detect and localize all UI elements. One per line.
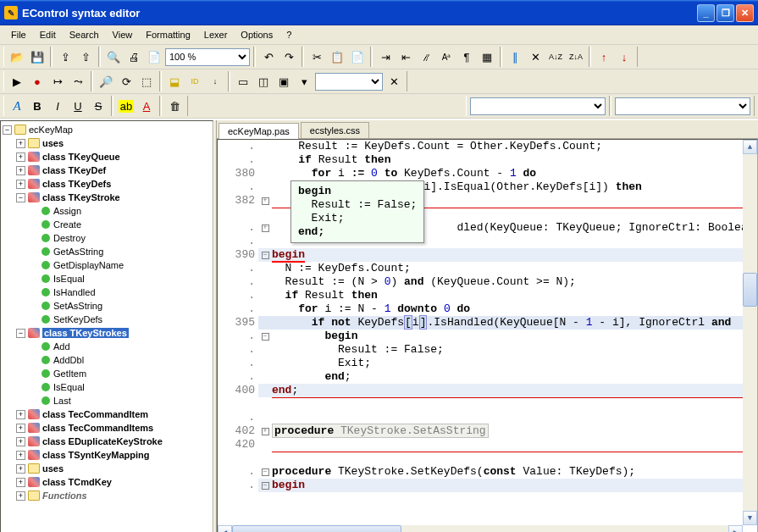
tree-expander[interactable]: + (16, 491, 25, 501)
tree-class-selected[interactable]: class TKeyStrokes (42, 328, 129, 338)
horizontal-scrollbar[interactable]: ◀ ▶ (218, 525, 743, 532)
tree-method[interactable]: Create (53, 219, 81, 230)
fold-collapse-icon[interactable]: − (262, 468, 269, 476)
tree-class[interactable]: class TKeyDef (42, 165, 106, 175)
arrow-down-button[interactable]: ↓ (615, 47, 634, 66)
tree-expander[interactable]: + (16, 166, 25, 175)
menu-view[interactable]: View (107, 28, 139, 42)
tab-eckeymap[interactable]: ecKeyMap.pas (219, 123, 299, 139)
tree-method[interactable]: IsEqual (53, 274, 85, 284)
tree-method[interactable]: AddDbl (53, 355, 84, 365)
tree-method[interactable]: GetItem (53, 369, 86, 379)
indent-button[interactable]: ⇥ (376, 47, 395, 66)
find-button[interactable]: 🔎 (97, 72, 115, 91)
preview-button[interactable]: 🔍 (104, 47, 123, 66)
fold-expand-icon[interactable]: + (262, 428, 269, 435)
arrow-up-button[interactable]: ↑ (595, 47, 613, 66)
sort-asc-button[interactable]: A↓Z (546, 47, 565, 66)
tree-method[interactable]: SetAsString (53, 301, 102, 311)
menu-formatting[interactable]: Formatting (140, 28, 196, 42)
close-button[interactable]: ✕ (736, 4, 754, 22)
delete-button[interactable]: 🗑 (165, 97, 184, 115)
tree-method[interactable]: Add (53, 341, 70, 352)
italic-button[interactable]: I (48, 97, 67, 115)
vertical-scrollbar[interactable]: ▲ ▼ (743, 140, 757, 525)
comment-button[interactable]: ⫽ (417, 47, 435, 66)
bookmark-goto-button[interactable]: ↓ (206, 72, 224, 91)
replace-button[interactable]: ⬚ (137, 72, 156, 91)
tree-expander[interactable]: − (16, 329, 25, 338)
maximize-button[interactable]: ❐ (717, 4, 734, 22)
fold-expand-icon[interactable]: + (262, 224, 269, 232)
unindent-button[interactable]: ⇤ (396, 47, 415, 66)
tree-method[interactable]: Assign (53, 206, 81, 216)
font-color-button[interactable]: A (137, 97, 156, 115)
style-combo[interactable] (315, 73, 383, 91)
grid-button[interactable]: ▦ (478, 47, 496, 66)
strike-button[interactable]: S (89, 97, 108, 115)
paste-button[interactable]: 📄 (348, 47, 367, 66)
tree-expander[interactable]: + (16, 464, 25, 474)
tree-expander[interactable]: + (16, 410, 25, 419)
find-next-button[interactable]: ⟳ (117, 72, 136, 91)
combo-2[interactable] (615, 97, 750, 115)
print-button[interactable]: 🖨 (124, 47, 143, 66)
tree-class[interactable]: class EDuplicateKeyStroke (42, 436, 163, 446)
play-button[interactable]: ▶ (8, 72, 26, 91)
bookmark-id-button[interactable]: ID (185, 72, 204, 91)
tree-functions[interactable]: Functions (42, 490, 87, 501)
bold-button[interactable]: B (28, 97, 47, 115)
code-editor[interactable]: . Result := KeyDefs.Count = Other.KeyDef… (217, 139, 758, 532)
copy-button[interactable]: 📋 (328, 47, 346, 66)
tree-class[interactable]: class TecCommandItem (42, 409, 148, 419)
tree-expander[interactable]: + (16, 451, 25, 460)
box2-button[interactable]: ◫ (254, 72, 273, 91)
scroll-left-button[interactable]: ◀ (218, 525, 232, 532)
tree-method[interactable]: IsEqual (53, 382, 85, 392)
tree-expander[interactable]: + (16, 152, 25, 162)
skip1-button[interactable]: ↦ (48, 72, 67, 91)
dropdown-button[interactable]: ▾ (295, 72, 313, 91)
menu-lexer[interactable]: Lexer (198, 28, 234, 42)
uppercase-button[interactable]: Aᵃ (437, 47, 456, 66)
tree-expander[interactable]: − (16, 193, 25, 202)
tree-expander[interactable]: + (16, 478, 25, 487)
tree-class[interactable]: class TKeyStroke (42, 192, 120, 202)
sort-desc-button[interactable]: Z↓A (567, 47, 585, 66)
zoom-combo[interactable]: 100 % (165, 48, 250, 66)
tree-root[interactable]: ecKeyMap (29, 125, 73, 135)
menu-file[interactable]: File (5, 28, 32, 42)
skip2-button[interactable]: ⤳ (69, 72, 87, 91)
tools-button[interactable]: ✕ (526, 47, 545, 66)
export-button[interactable]: ⇪ (56, 47, 75, 66)
fold-expand-icon[interactable]: + (262, 197, 269, 205)
menu-help[interactable]: ? (280, 28, 297, 42)
cut-button[interactable]: ✂ (307, 47, 326, 66)
tab-ecstyles[interactable]: ecstyles.css (301, 122, 369, 138)
box1-button[interactable]: ▭ (234, 72, 252, 91)
slash-button[interactable]: ∥ (506, 47, 524, 66)
fold-collapse-icon[interactable]: − (262, 482, 269, 490)
fold-collapse-icon[interactable]: − (262, 333, 269, 341)
tree-method[interactable]: Last (53, 396, 71, 406)
tree-class[interactable]: class TSyntKeyMapping (42, 450, 150, 460)
code-tree[interactable]: −ecKeyMap +uses +class TKeyQueue +class … (0, 120, 213, 532)
tree-expander[interactable]: + (16, 180, 25, 189)
page-setup-button[interactable]: 📄 (145, 47, 163, 66)
fold-collapse-icon[interactable]: − (262, 252, 269, 259)
tree-method[interactable]: SetKeyDefs (53, 314, 102, 324)
tree-expander[interactable]: + (16, 437, 25, 446)
clear-style-button[interactable]: ✕ (385, 72, 403, 91)
box3-button[interactable]: ▣ (274, 72, 293, 91)
save-button[interactable]: 💾 (28, 47, 47, 66)
tree-method[interactable]: Destroy (53, 233, 86, 243)
undo-button[interactable]: ↶ (259, 47, 278, 66)
export-rtf-button[interactable]: ⇧ (76, 47, 95, 66)
tree-expander[interactable]: + (16, 139, 25, 148)
paragraph-button[interactable]: ¶ (457, 47, 476, 66)
redo-button[interactable]: ↷ (279, 47, 298, 66)
menu-search[interactable]: Search (64, 28, 105, 42)
bookmark-button[interactable]: ⬓ (165, 72, 184, 91)
font-button[interactable]: A (8, 97, 26, 115)
tree-uses[interactable]: uses (42, 138, 64, 148)
